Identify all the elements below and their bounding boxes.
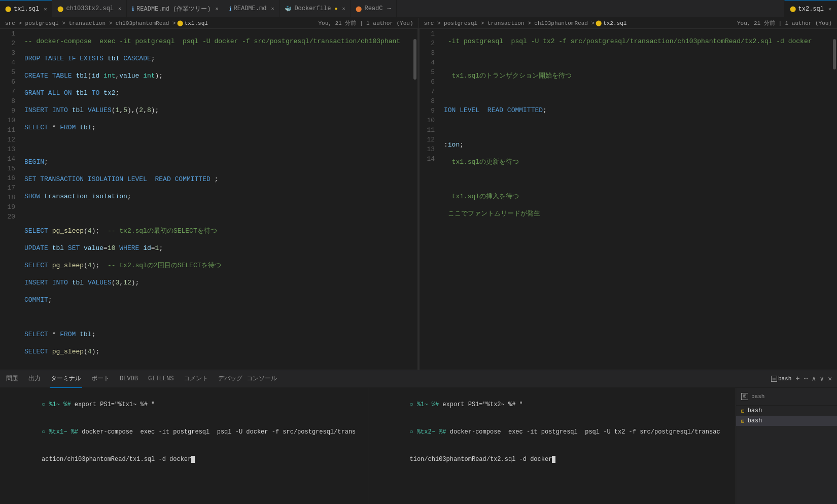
tab-bar: ⬤ tx1.sql ✕ ⬤ ch1033tx2.sql ✕ ℹ README.m… — [0, 0, 837, 18]
code-line-9: SET TRANSACTION ISOLATION LEVEL READ COM… — [24, 174, 412, 184]
code-line-19: SELECT pg_sleep(4); — [24, 347, 412, 356]
scrollbar-left[interactable] — [412, 29, 417, 370]
terminal-cmd-right-2: docker-compose exec -it postgresql psql … — [450, 428, 720, 436]
code-line-11 — [24, 209, 412, 219]
tab-label-readc: ReadC — [364, 5, 382, 12]
panel-tab-terminal[interactable]: ターミナル — [50, 370, 82, 388]
tab-close-tx1sql[interactable]: ✕ — [44, 6, 47, 12]
terminal-line-right-1: ○ %1~ %# export PS1="%tx2~ %# " — [373, 391, 731, 418]
tab-close-readme-sakuyo[interactable]: ✕ — [216, 6, 219, 12]
tab-ch1033tx2[interactable]: ⬤ ch1033tx2.sql ✕ — [52, 0, 127, 18]
sql-icon2: ⬤ — [57, 6, 63, 12]
more-terminal-button[interactable]: ⋯ — [804, 375, 808, 383]
tab-label-tx2sql: tx2.sql — [798, 6, 824, 13]
sidebar-item-label-1: bash — [748, 407, 762, 414]
tab-label-ch1033: ch1033tx2.sql — [66, 5, 114, 12]
terminal-prompt-left-1: ○ %1~ %# — [42, 401, 75, 408]
panel-tab-label-port: ポート — [91, 374, 110, 383]
panel-tab-label-terminal: ターミナル — [51, 374, 81, 383]
code-line-8: BEGIN; — [24, 157, 412, 167]
editor-right: 12345 678910 11121314 -it postgresql psq… — [420, 29, 837, 370]
panel-tab-port[interactable]: ポート — [90, 370, 111, 388]
terminal-cmd-left-2: docker-compose exec -it postgresql psql … — [82, 428, 356, 436]
panel-tabs: 問題 出力 ターミナル ポート DEVDB GITLENS コメント デバッグ … — [0, 370, 837, 388]
rcode-line-9 — [444, 174, 832, 184]
up-terminal-button[interactable]: ∧ — [812, 375, 816, 383]
author-right: You, 21 分前 | 1 author (You) — [737, 19, 832, 27]
code-line-20 — [24, 364, 412, 370]
terminal-cmd-left-1: export PS1="%tx1~ %# " — [75, 401, 155, 408]
rcode-line-11: ここでファントムリードが発生 — [444, 209, 832, 219]
sidebar-header-label: bash — [751, 393, 764, 400]
panel-tab-devdb[interactable]: DEVDB — [119, 370, 139, 388]
breadcrumb-file-left: ⬤ — [177, 20, 183, 26]
panel-tab-label-devdb: DEVDB — [120, 375, 138, 382]
panel-tab-label-comment: コメント — [184, 374, 208, 383]
info-icon2: ℹ — [229, 6, 231, 12]
tab-close-ch1033[interactable]: ✕ — [118, 6, 121, 12]
tab-dockerfile[interactable]: 🐳 Dockerfile ● ✕ — [280, 0, 351, 18]
sidebar-item-bash-2[interactable]: ⊞ bash — [736, 416, 837, 426]
scrollbar-right[interactable] — [832, 29, 837, 370]
add-terminal-button[interactable]: + — [795, 375, 799, 383]
panel-tab-mondai[interactable]: 問題 — [5, 370, 19, 388]
panel-tab-debug[interactable]: デバッグ コンソール — [217, 370, 277, 388]
line-numbers-left: 12345 678910 1112131415 1617181920 — [0, 29, 20, 370]
rcode-line-5: ION LEVEL READ COMMITTED; — [444, 105, 832, 115]
modified-dot: ● — [334, 6, 337, 12]
tab-readme-sakuyo[interactable]: ℹ README.md (作業ツリー) ✕ — [127, 0, 224, 18]
tab-tx2sql[interactable]: ⬤ tx2.sql ✕ — [784, 0, 837, 18]
tab-readc[interactable]: ⬤ ReadC ⋯ — [351, 0, 396, 18]
terminal-line-left-1: ○ %1~ %# export PS1="%tx1~ %# " — [5, 391, 363, 418]
breadcrumb-file-right: ⬤ — [596, 20, 602, 26]
sidebar-item-bash-1[interactable]: ⊞ bash — [736, 406, 837, 416]
code-content-left[interactable]: -- docker-compose exec -it postgresql ps… — [20, 29, 412, 370]
code-line-15: INSERT INTO tbl VALUES(3,12); — [24, 278, 412, 287]
panel-tab-gitlens[interactable]: GITLENS — [147, 370, 175, 388]
panel-tab-comment[interactable]: コメント — [183, 370, 209, 388]
rcode-line-13 — [444, 243, 832, 253]
down-terminal-button[interactable]: ∨ — [820, 375, 824, 383]
rcode-line-2 — [444, 54, 832, 63]
tab-readme[interactable]: ℹ README.md ✕ — [224, 0, 280, 18]
more-tabs-icon[interactable]: ⋯ — [387, 5, 391, 13]
panel-tab-label-debug: デバッグ コンソール — [218, 374, 276, 383]
terminal-cmd-left-3: action/ch103phantomRead/tx1.sql -d docke… — [42, 456, 191, 463]
code-container-left[interactable]: 12345 678910 1112131415 1617181920 -- do… — [0, 29, 417, 370]
panel-actions: ⊞bash + ⋯ ∧ ∨ ✕ — [771, 375, 832, 383]
tab-close-tx2sql[interactable]: ✕ — [828, 6, 831, 12]
panel-content: ○ %1~ %# export PS1="%tx1~ %# " ○ %tx1~ … — [0, 388, 837, 504]
tab-label-dockerfile: Dockerfile — [294, 5, 331, 12]
sql-icon: ⬤ — [5, 6, 11, 12]
code-content-right[interactable]: -it postgresql psql -U tx2 -f src/postgr… — [440, 29, 832, 370]
code-line-18: SELECT * FROM tbl; — [24, 330, 412, 339]
editors-wrapper: 12345 678910 1112131415 1617181920 -- do… — [0, 29, 837, 370]
tab-close-readme[interactable]: ✕ — [271, 6, 274, 12]
panel-tab-label-mondai: 問題 — [6, 374, 18, 383]
terminal-cursor-right — [552, 456, 555, 463]
tab-tx1sql[interactable]: ⬤ tx1.sql ✕ — [0, 0, 52, 18]
code-line-17 — [24, 312, 412, 322]
tab-label-tx1sql: tx1.sql — [14, 6, 39, 13]
code-container-right[interactable]: 12345 678910 11121314 -it postgresql psq… — [420, 29, 837, 370]
panel-area: 問題 出力 ターミナル ポート DEVDB GITLENS コメント デバッグ … — [0, 370, 837, 504]
terminal-prompt-left-2: ○ %tx1~ %# — [42, 428, 82, 436]
code-line-2: DROP TABLE IF EXISTS tbl CASCADE; — [24, 54, 412, 63]
breadcrumb-filename-right: tx2.sql — [603, 20, 626, 26]
rcode-line-4 — [444, 88, 832, 98]
rcode-line-1: -it postgresql psql -U tx2 -f src/postgr… — [444, 37, 832, 46]
breadcrumb-row: src > postgresql > transaction > ch103ph… — [0, 18, 837, 29]
terminal-sidebar: ⊞ bash ⊞ bash ⊞ bash — [736, 388, 837, 504]
breadcrumb-text-left: src > postgresql > transaction > ch103ph… — [5, 20, 176, 26]
breadcrumb-filename-left: tx1.sql — [185, 20, 208, 26]
code-line-6: SELECT * FROM tbl; — [24, 123, 412, 132]
code-line-5: INSERT INTO tbl VALUES(1,5),(2,8); — [24, 105, 412, 115]
terminal-icon-action: ⊞ — [771, 376, 777, 382]
terminal-left[interactable]: ○ %1~ %# export PS1="%tx1~ %# " ○ %tx1~ … — [0, 388, 368, 504]
close-panel-button[interactable]: ✕ — [828, 375, 832, 383]
tab-close-dockerfile[interactable]: ✕ — [342, 6, 345, 12]
scrollbar-thumb-left — [413, 39, 416, 80]
panel-tab-shutsuryoku[interactable]: 出力 — [27, 370, 42, 388]
terminal-line-left-3: action/ch103phantomRead/tx1.sql -d docke… — [5, 446, 363, 473]
terminal-right[interactable]: ○ %1~ %# export PS1="%tx2~ %# " ○ %tx2~ … — [368, 388, 736, 504]
